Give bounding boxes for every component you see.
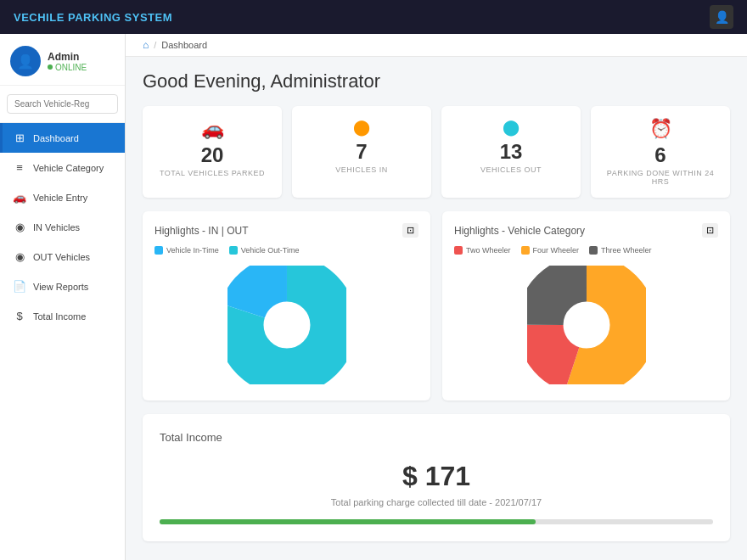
pie-in-out-container [154, 261, 418, 389]
legend-in-time: Vehicle In-Time [154, 246, 219, 255]
stat-icon-24hrs: ⏰ [601, 118, 720, 140]
stat-card-total-parked: 🚗 20 TOTAL VEHICLES PARKED [143, 106, 282, 198]
chart-expand-btn-in-out[interactable]: ⊡ [402, 223, 418, 238]
legend-dot-three [589, 246, 598, 255]
app-title: VECHILE PARKING SYSTEM [14, 11, 172, 24]
dashboard-icon: ⊞ [13, 132, 26, 144]
chart-header-category: Highlights - Vehicle Category ⊡ [454, 223, 718, 238]
greeting-text: Good Evening, Administrator [143, 70, 730, 92]
stat-number-24hrs: 6 [601, 143, 720, 167]
pie-category-chart [527, 266, 646, 384]
sidebar-item-vehicle-category[interactable]: ≡ Vehicle Category [0, 153, 125, 182]
income-progress-bar-bg [160, 519, 713, 524]
pie-category-container [454, 261, 718, 389]
stat-icon-parked: 🚗 [153, 118, 272, 140]
sidebar-item-total-income[interactable]: $ Total Income [0, 301, 125, 331]
pie-in-out-chart [227, 266, 346, 384]
income-card: Total Income $ 171 Total parking charge … [143, 414, 730, 541]
status-dot [48, 64, 53, 70]
category-icon: ≡ [13, 161, 26, 174]
legend-two-wheeler: Two Wheeler [454, 246, 511, 255]
search-container [0, 86, 125, 123]
profile-name: Admin [48, 51, 87, 63]
vehicle-icon: 🚗 [13, 191, 26, 204]
legend-dot-four [521, 246, 530, 255]
income-amount: $ 171 [160, 461, 713, 492]
chart-category: Highlights - Vehicle Category ⊡ Two Whee… [442, 211, 730, 400]
stat-label-parked: TOTAL VEHICLES PARKED [153, 169, 272, 177]
top-navigation: VECHILE PARKING SYSTEM 👤 [0, 0, 747, 34]
income-progress-bar-fill [160, 519, 536, 524]
breadcrumb-separator: / [154, 40, 156, 50]
income-icon: $ [13, 310, 26, 322]
in-icon: ◉ [13, 221, 26, 233]
profile-status: ONLINE [48, 63, 87, 72]
legend-three-wheeler: Three Wheeler [589, 246, 652, 255]
sidebar-label-out-vehicles: OUT Vehicles [33, 252, 90, 262]
legend-label-in: Vehicle In-Time [166, 246, 219, 255]
stat-number-parked: 20 [153, 143, 272, 167]
sidebar-item-dashboard[interactable]: ⊞ Dashboard [0, 123, 125, 153]
sidebar-item-in-vehicles[interactable]: ◉ IN Vehicles [0, 212, 125, 242]
home-icon[interactable]: ⌂ [143, 39, 149, 51]
reports-icon: 📄 [13, 280, 26, 293]
stat-card-24hrs: ⏰ 6 PARKING DONE WITHIN 24 HRS [591, 106, 730, 198]
legend-dot-two [454, 246, 463, 255]
sidebar-label-total-income: Total Income [33, 311, 86, 322]
legend-label-two: Two Wheeler [466, 246, 511, 255]
user-profile: 👤 Admin ONLINE [0, 34, 125, 86]
legend-four-wheeler: Four Wheeler [521, 246, 580, 255]
stat-card-vehicles-in: ⬤ 7 VEHICLES IN [292, 106, 431, 198]
breadcrumb-current: Dashboard [161, 40, 207, 50]
svg-point-2 [270, 308, 304, 342]
main-content: ⌂ / Dashboard Good Evening, Administrato… [126, 34, 747, 560]
legend-label-four: Four Wheeler [533, 246, 580, 255]
income-section-title: Total Income [160, 431, 713, 444]
stat-icon-out: ⬤ [452, 118, 570, 137]
legend-out-time: Vehicle Out-Time [229, 246, 300, 255]
breadcrumb: ⌂ / Dashboard [126, 34, 747, 57]
sidebar: 👤 Admin ONLINE ⊞ Dashboard ≡ Vehicle Cat… [0, 34, 126, 560]
legend-dot-in [154, 246, 163, 255]
sidebar-nav: ⊞ Dashboard ≡ Vehicle Category 🚗 Vehicle… [0, 123, 125, 331]
stat-number-out: 13 [452, 140, 570, 164]
sidebar-item-view-reports[interactable]: 📄 View Reports [0, 272, 125, 301]
content-area: Good Evening, Administrator 🚗 20 TOTAL V… [126, 57, 747, 555]
stat-icon-in: ⬤ [302, 118, 421, 137]
legend-dot-out [229, 246, 238, 255]
sidebar-label-vehicle-category: Vehicle Category [33, 163, 104, 173]
sidebar-label-vehicle-entry: Vehicle Entry [33, 193, 87, 203]
legend-label-three: Three Wheeler [601, 246, 652, 255]
chart-header-in-out: Highlights - IN | OUT ⊡ [154, 223, 418, 238]
search-input[interactable] [7, 94, 118, 114]
sidebar-label-in-vehicles: IN Vehicles [33, 222, 80, 232]
stat-number-in: 7 [302, 140, 421, 164]
avatar: 👤 [10, 46, 41, 76]
sidebar-item-out-vehicles[interactable]: ◉ OUT Vehicles [0, 242, 125, 272]
out-icon: ◉ [13, 250, 26, 263]
stat-label-24hrs: PARKING DONE WITHIN 24 HRS [601, 169, 720, 186]
chart-in-out: Highlights - IN | OUT ⊡ Vehicle In-Time … [143, 211, 430, 400]
user-icon[interactable]: 👤 [710, 5, 733, 29]
legend-label-out: Vehicle Out-Time [241, 246, 300, 255]
stat-card-vehicles-out: ⬤ 13 VEHICLES OUT [441, 106, 581, 198]
income-subtitle: Total parking charge collected till date… [160, 497, 713, 507]
sidebar-label-dashboard: Dashboard [33, 133, 79, 143]
sidebar-label-view-reports: View Reports [33, 282, 88, 292]
stat-label-in: VEHICLES IN [302, 165, 421, 174]
charts-row: Highlights - IN | OUT ⊡ Vehicle In-Time … [143, 211, 730, 400]
chart-title-in-out: Highlights - IN | OUT [154, 225, 248, 237]
chart-legend-category: Two Wheeler Four Wheeler Three Wheeler [454, 246, 718, 255]
stat-label-out: VEHICLES OUT [452, 165, 570, 174]
stats-row: 🚗 20 TOTAL VEHICLES PARKED ⬤ 7 VEHICLES … [143, 106, 730, 198]
chart-expand-btn-category[interactable]: ⊡ [702, 223, 718, 238]
title-highlight: VECHILE [14, 11, 65, 24]
chart-title-category: Highlights - Vehicle Category [454, 225, 585, 237]
chart-legend-in-out: Vehicle In-Time Vehicle Out-Time [154, 246, 418, 255]
svg-point-6 [570, 308, 604, 342]
sidebar-item-vehicle-entry[interactable]: 🚗 Vehicle Entry [0, 182, 125, 212]
